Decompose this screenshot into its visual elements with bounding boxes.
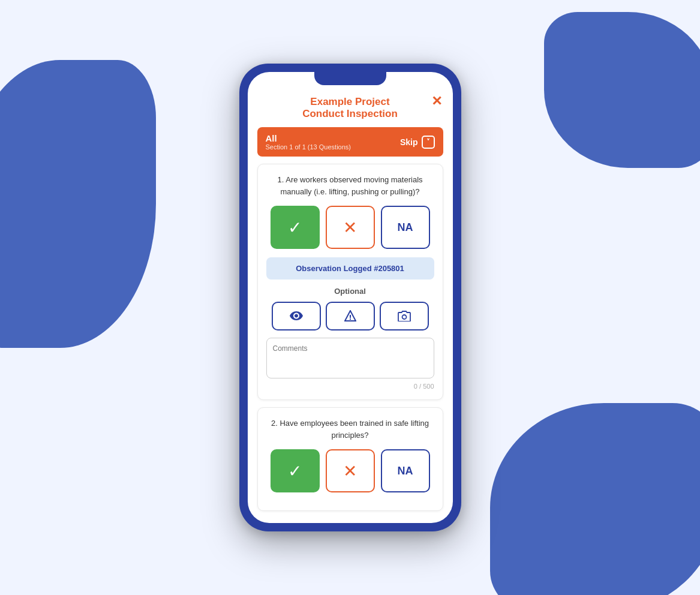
section-bar-left: All Section 1 of 1 (13 Questions): [266, 133, 351, 151]
check-icon: ✓: [288, 218, 302, 238]
svg-point-2: [402, 315, 406, 319]
camera-icon: [398, 311, 411, 321]
optional-label: Optional: [266, 287, 434, 296]
na-button-q1[interactable]: NA: [381, 206, 430, 249]
alert-icon: [344, 310, 356, 322]
project-name: Example Project: [262, 96, 438, 108]
cross-icon: ✕: [343, 218, 357, 238]
optional-buttons: [266, 302, 434, 330]
phone-notch: [314, 72, 386, 85]
observation-logged: Observation Logged #205801: [266, 257, 434, 280]
char-count: 0 / 500: [266, 383, 434, 390]
close-button[interactable]: ✕: [431, 95, 442, 108]
svg-rect-0: [350, 315, 351, 318]
screen-header: Example Project Conduct Inspection ✕: [248, 86, 453, 127]
phone-screen: Example Project Conduct Inspection ✕ All…: [248, 72, 453, 523]
blob-left: [0, 60, 156, 348]
alert-button[interactable]: [326, 302, 375, 330]
question-2-card: 2. Have employees been trained in safe l…: [257, 407, 443, 511]
section-bar[interactable]: All Section 1 of 1 (13 Questions) Skip ˅: [257, 127, 443, 157]
yes-button-q1[interactable]: ✓: [271, 206, 320, 249]
na-button-q2[interactable]: NA: [381, 449, 430, 492]
question-2-answers: ✓ ✕ NA: [266, 449, 434, 492]
screen-title: Conduct Inspection: [262, 108, 438, 120]
camera-button[interactable]: [380, 302, 429, 330]
screen-content: Example Project Conduct Inspection ✕ All…: [248, 72, 453, 523]
comments-field[interactable]: [266, 338, 434, 378]
question-1-text: 1. Are workers observed moving materials…: [266, 174, 434, 197]
svg-rect-1: [350, 318, 351, 320]
blob-top-right: [544, 12, 700, 168]
blob-bottom-right: [490, 403, 700, 595]
question-1-answers: ✓ ✕ NA: [266, 206, 434, 249]
question-1-card: 1. Are workers observed moving materials…: [257, 164, 443, 400]
check-icon-q2: ✓: [288, 461, 302, 481]
question-2-text: 2. Have employees been trained in safe l…: [266, 417, 434, 441]
no-button-q1[interactable]: ✕: [326, 206, 375, 249]
chevron-down-icon[interactable]: ˅: [422, 136, 435, 149]
cross-icon-q2: ✕: [343, 461, 357, 481]
section-subtitle: Section 1 of 1 (13 Questions): [266, 143, 351, 151]
no-button-q2[interactable]: ✕: [326, 449, 375, 492]
na-label-q2: NA: [398, 465, 413, 477]
na-label: NA: [398, 221, 413, 234]
eye-icon: [290, 311, 303, 321]
skip-label: Skip: [400, 137, 418, 147]
section-title: All: [266, 133, 351, 143]
view-button[interactable]: [272, 302, 321, 330]
yes-button-q2[interactable]: ✓: [271, 449, 320, 492]
phone-frame: Example Project Conduct Inspection ✕ All…: [239, 64, 461, 531]
section-bar-right[interactable]: Skip ˅: [400, 136, 435, 149]
